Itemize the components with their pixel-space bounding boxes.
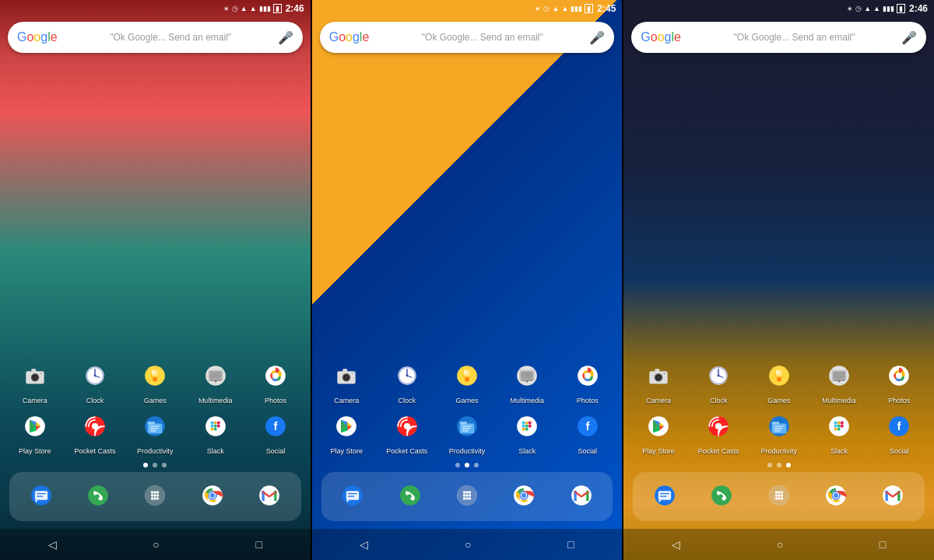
pocketcasts-icon: [76, 408, 114, 445]
page-dot-2[interactable]: [162, 463, 167, 467]
app-camera[interactable]: Camera: [634, 357, 683, 404]
app-camera[interactable]: Camera: [11, 357, 59, 404]
dock-app-gmail[interactable]: [560, 477, 603, 516]
back-button[interactable]: ◁: [659, 532, 693, 557]
back-button[interactable]: ◁: [347, 532, 381, 557]
page-dot-2[interactable]: [786, 463, 791, 467]
svg-point-198: [780, 491, 783, 494]
app-clock[interactable]: Clock: [71, 357, 119, 404]
app-label-social: Social: [890, 447, 909, 455]
app-photos[interactable]: Photos: [875, 357, 923, 404]
dock-app-dialer[interactable]: [445, 477, 489, 516]
app-slack[interactable]: Slack: [815, 408, 863, 455]
svg-point-15: [153, 377, 157, 382]
svg-point-93: [585, 373, 591, 379]
home-button[interactable]: ○: [452, 532, 483, 557]
dock-app-messages[interactable]: [643, 477, 686, 516]
dock-app-phone[interactable]: [700, 477, 743, 516]
productivity-icon: [760, 408, 798, 445]
slack-icon: [197, 408, 234, 445]
app-label-games: Games: [144, 397, 167, 404]
app-games[interactable]: Games: [131, 357, 179, 404]
app-social[interactable]: f Social: [251, 408, 300, 455]
app-social[interactable]: f Social: [564, 408, 612, 455]
dock-app-messages[interactable]: [331, 477, 374, 516]
app-multimedia[interactable]: Multimedia: [191, 357, 240, 404]
dock-app-chrome[interactable]: [814, 477, 858, 516]
dock-app-chrome[interactable]: [191, 477, 234, 516]
google-search-bar[interactable]: Google "Ok Google... Send an email" 🎤: [320, 22, 615, 53]
mic-icon[interactable]: 🎤: [589, 30, 605, 45]
svg-rect-104: [460, 422, 467, 425]
page-dot-0[interactable]: [143, 463, 148, 467]
svg-point-76: [352, 373, 353, 374]
svg-rect-42: [216, 425, 219, 428]
page-dots: [628, 458, 929, 472]
app-row-2: Play Store Pocket Casts Productivity: [628, 408, 929, 455]
app-productivity[interactable]: Productivity: [755, 408, 803, 455]
back-button[interactable]: ◁: [36, 532, 69, 557]
recents-button[interactable]: □: [555, 532, 586, 557]
phone-dock-icon: [392, 477, 429, 514]
dock-app-dialer[interactable]: [757, 477, 801, 516]
dock-app-phone[interactable]: [76, 477, 120, 516]
app-games[interactable]: Games: [755, 357, 803, 404]
svg-rect-161: [834, 380, 844, 380]
dock-app-chrome[interactable]: [502, 477, 546, 516]
page-dot-1[interactable]: [465, 463, 469, 467]
app-photos[interactable]: Photos: [251, 357, 300, 404]
app-slack[interactable]: Slack: [191, 408, 240, 455]
svg-rect-120: [346, 491, 359, 500]
svg-point-162: [838, 380, 840, 382]
svg-point-60: [151, 497, 154, 500]
page-dot-1[interactable]: [777, 463, 781, 467]
dock-app-messages[interactable]: [19, 477, 63, 516]
app-label-camera: Camera: [334, 397, 359, 404]
app-playstore[interactable]: Play Store: [322, 408, 370, 455]
app-label-slack: Slack: [207, 447, 224, 455]
app-productivity[interactable]: Productivity: [131, 408, 179, 455]
app-playstore[interactable]: Play Store: [634, 408, 683, 455]
status-bar: ∗ ◷ ▲ ▲ ▮▮▮ ▮ 2:45: [312, 0, 623, 17]
page-dot-0[interactable]: [767, 463, 772, 467]
svg-rect-116: [522, 428, 525, 431]
app-pocketcasts[interactable]: Pocket Casts: [71, 408, 119, 455]
app-productivity[interactable]: Productivity: [443, 408, 491, 455]
app-clock[interactable]: Clock: [694, 357, 743, 404]
signal-bars: ▮▮▮: [259, 5, 271, 12]
app-camera[interactable]: Camera: [322, 357, 370, 404]
page-dot-0[interactable]: [455, 463, 460, 467]
svg-rect-35: [150, 428, 159, 429]
app-pocketcasts[interactable]: Pocket Casts: [383, 408, 431, 455]
google-logo: Google: [17, 30, 58, 44]
app-slack[interactable]: Slack: [503, 408, 551, 455]
mic-icon[interactable]: 🎤: [278, 30, 293, 45]
google-search-bar[interactable]: Google "Ok Google... Send an email" 🎤: [8, 22, 303, 53]
dock-app-dialer[interactable]: [133, 477, 177, 516]
mic-icon[interactable]: 🎤: [901, 30, 917, 45]
app-label-multimedia: Multimedia: [198, 397, 233, 404]
app-photos[interactable]: Photos: [564, 357, 612, 404]
app-social[interactable]: f Social: [875, 408, 923, 455]
app-multimedia[interactable]: Multimedia: [815, 357, 863, 404]
search-hint: "Ok Google... Send an email": [687, 32, 901, 43]
dock-app-gmail[interactable]: [248, 477, 291, 516]
social-icon: f: [257, 408, 294, 445]
home-button[interactable]: ○: [764, 532, 795, 557]
google-search-bar[interactable]: Google "Ok Google... Send an email" 🎤: [631, 22, 926, 53]
dock-app-phone[interactable]: [388, 477, 432, 516]
recents-button[interactable]: □: [243, 532, 274, 557]
app-clock[interactable]: Clock: [383, 357, 431, 404]
app-multimedia[interactable]: Multimedia: [503, 357, 551, 404]
page-dot-2[interactable]: [474, 463, 479, 467]
app-games[interactable]: Games: [443, 357, 491, 404]
home-button[interactable]: ○: [140, 532, 171, 557]
dock-app-gmail[interactable]: [871, 477, 915, 516]
app-playstore[interactable]: Play Store: [11, 408, 59, 455]
recents-button[interactable]: □: [867, 532, 898, 557]
page-dot-1[interactable]: [153, 463, 157, 467]
app-pocketcasts[interactable]: Pocket Casts: [694, 408, 743, 455]
phone-screen-phone-3: ∗ ◷ ▲ ▲ ▮▮▮ ▮ 2:46 Google "Ok Google... …: [623, 0, 934, 560]
nav-bar: ◁ ○ □: [623, 529, 934, 560]
app-label-games: Games: [767, 397, 790, 404]
